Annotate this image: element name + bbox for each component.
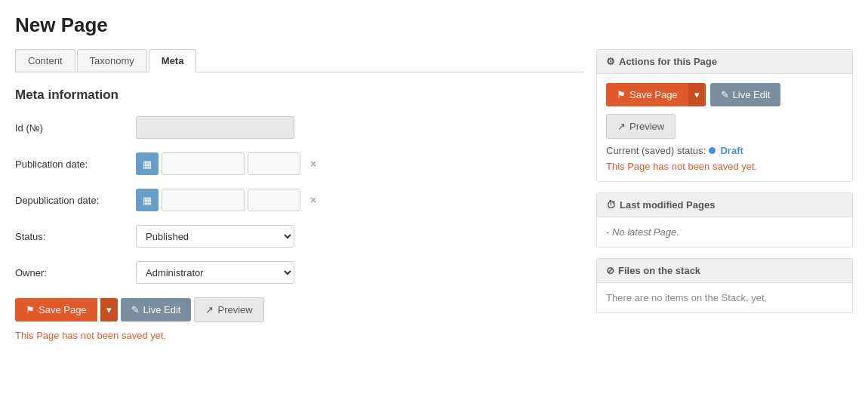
id-control <box>136 116 294 139</box>
status-name: Draft <box>720 145 743 156</box>
sidebar-actions: ⚑ Save Page ▾ ✎ Live Edit <box>606 83 843 106</box>
status-line: Current (saved) status: Draft <box>606 145 843 156</box>
pub-date-row: Publication date: ▦ 18/07/2015 22:07 × <box>15 152 584 175</box>
meta-section: Meta information Id (№) Publication date… <box>15 88 584 284</box>
sidebar-save-group: ⚑ Save Page ▾ <box>606 83 706 106</box>
bottom-save-dropdown-button[interactable]: ▾ <box>100 298 118 321</box>
actions-box-title: Actions for this Page <box>619 56 717 67</box>
tab-content[interactable]: Content <box>15 49 75 72</box>
id-input[interactable] <box>136 116 294 139</box>
sidebar-preview-share-icon: ↗ <box>617 121 626 132</box>
calendar-icon: ▦ <box>143 158 152 170</box>
owner-select[interactable]: Administrator Editor Author <box>136 261 294 284</box>
bottom-save-button[interactable]: ⚑ Save Page <box>15 298 97 321</box>
status-select[interactable]: Draft Published Archived <box>136 225 294 248</box>
sidebar-save-dropdown-button[interactable]: ▾ <box>688 83 706 106</box>
sidebar-preview-label: Preview <box>629 121 664 132</box>
pub-date-clear-btn[interactable]: × <box>303 154 323 174</box>
sidebar-live-edit-label: Live Edit <box>733 89 771 100</box>
bottom-save-caret-icon: ▾ <box>106 304 112 315</box>
bottom-preview-button[interactable]: ↗ Preview <box>194 297 263 322</box>
pub-date-input[interactable]: 18/07/2015 <box>162 152 245 175</box>
owner-row: Owner: Administrator Editor Author <box>15 261 584 284</box>
sidebar-live-edit-pencil-icon: ✎ <box>721 89 729 100</box>
status-control: Draft Published Archived <box>136 225 294 248</box>
last-modified-box-title: Last modified Pages <box>620 199 715 211</box>
status-row: Status: Draft Published Archived <box>15 225 584 248</box>
actions-gear-icon: ⚙ <box>606 56 615 67</box>
owner-control: Administrator Editor Author <box>136 261 294 284</box>
files-box-title: Files on the stack <box>618 265 700 276</box>
owner-label: Owner: <box>15 267 136 278</box>
meta-section-title: Meta information <box>15 88 584 103</box>
sidebar-save-label: Save Page <box>629 89 678 100</box>
bottom-save-label: Save Page <box>38 304 87 315</box>
sidebar-save-button[interactable]: ⚑ Save Page <box>606 83 688 106</box>
id-row: Id (№) <box>15 116 584 139</box>
pub-date-calendar-btn[interactable]: ▦ <box>136 152 159 175</box>
last-modified-empty-msg: - No latest Page. <box>606 226 843 238</box>
actions-box-header: ⚙ Actions for this Page <box>597 50 852 74</box>
tab-taxonomy[interactable]: Taxonomy <box>77 49 147 72</box>
last-modified-box-header: ⏱ Last modified Pages <box>597 193 852 217</box>
pub-date-clear-icon: × <box>310 158 316 170</box>
pub-time-input[interactable]: 22:07 <box>248 152 300 175</box>
bottom-preview-label: Preview <box>217 304 252 315</box>
depub-time-input[interactable] <box>248 189 300 211</box>
bottom-live-edit-pencil-icon: ✎ <box>131 304 140 315</box>
page-title: New Page <box>15 14 853 37</box>
bottom-live-edit-label: Live Edit <box>143 304 181 315</box>
last-modified-clock-icon: ⏱ <box>606 199 616 211</box>
depub-date-calendar-btn[interactable]: ▦ <box>136 189 159 211</box>
files-box: ⊘ Files on the stack There are no items … <box>596 258 853 313</box>
bottom-save-flag-icon: ⚑ <box>26 304 35 315</box>
files-empty-msg: There are no items on the Stack, yet. <box>606 292 843 303</box>
files-box-body: There are no items on the Stack, yet. <box>597 283 852 312</box>
sidebar-not-saved-msg: This Page has not been saved yet. <box>606 161 843 172</box>
right-panel: ⚙ Actions for this Page ⚑ Save Page ▾ <box>596 49 853 341</box>
depub-date-label: Depublication date: <box>15 195 136 206</box>
actions-box-body: ⚑ Save Page ▾ ✎ Live Edit <box>597 74 852 181</box>
sidebar-save-flag-icon: ⚑ <box>617 89 626 100</box>
sidebar-live-edit-button[interactable]: ✎ Live Edit <box>710 83 781 106</box>
files-box-header: ⊘ Files on the stack <box>597 259 852 283</box>
bottom-actions: ⚑ Save Page ▾ ✎ Live Edit ↗ Preview <box>15 297 584 322</box>
status-prefix: Current (saved) status: <box>606 145 706 156</box>
left-panel: Content Taxonomy Meta Meta information I… <box>15 49 584 341</box>
depub-date-input[interactable] <box>162 189 245 211</box>
depub-date-clear-icon: × <box>310 194 316 206</box>
last-modified-box-body: - No latest Page. <box>597 217 852 247</box>
id-label: Id (№) <box>15 122 136 134</box>
status-label: Status: <box>15 231 136 242</box>
files-paperclip-icon: ⊘ <box>606 265 614 276</box>
sidebar-preview-button[interactable]: ↗ Preview <box>606 114 676 139</box>
status-dot-icon <box>709 147 716 154</box>
actions-box: ⚙ Actions for this Page ⚑ Save Page ▾ <box>596 49 853 182</box>
bottom-live-edit-button[interactable]: ✎ Live Edit <box>121 298 192 321</box>
depub-calendar-icon: ▦ <box>143 195 152 206</box>
last-modified-box: ⏱ Last modified Pages - No latest Page. <box>596 192 853 248</box>
tab-meta[interactable]: Meta <box>149 49 197 72</box>
pub-date-control: ▦ 18/07/2015 22:07 × <box>136 152 323 175</box>
bottom-not-saved-msg: This Page has not been saved yet. <box>15 330 584 341</box>
depub-date-clear-btn[interactable]: × <box>303 190 323 210</box>
sidebar-save-caret-icon: ▾ <box>694 89 700 100</box>
pub-date-label: Publication date: <box>15 158 136 170</box>
bottom-preview-share-icon: ↗ <box>205 304 214 315</box>
depub-date-control: ▦ × <box>136 189 323 211</box>
tab-bar: Content Taxonomy Meta <box>15 49 584 72</box>
depub-date-row: Depublication date: ▦ × <box>15 189 584 211</box>
